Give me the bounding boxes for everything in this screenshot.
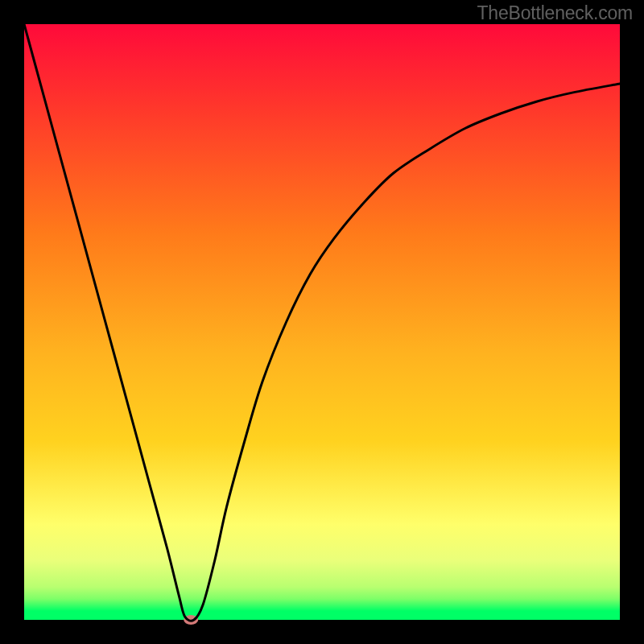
chart-svg — [0, 0, 644, 644]
chart-root: TheBottleneck.com — [0, 0, 644, 644]
chart-plot-area — [24, 24, 620, 620]
watermark-text: TheBottleneck.com — [477, 2, 633, 24]
